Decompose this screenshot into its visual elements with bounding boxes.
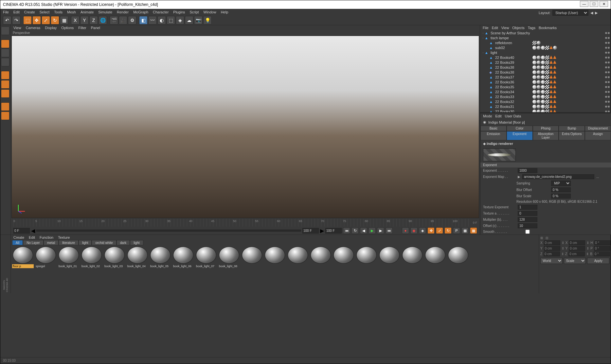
mat-layer-tab[interactable]: dark	[117, 240, 130, 245]
tag-sphere-icon[interactable]	[541, 46, 545, 50]
goto-start-button[interactable]: ⏮	[343, 227, 350, 234]
tree-row[interactable]: ▲22 Books38	[480, 65, 611, 70]
tag-sphere-icon[interactable]	[541, 70, 545, 74]
tag-check-icon[interactable]	[545, 85, 549, 89]
x-pos-input[interactable]	[544, 240, 560, 245]
material-item[interactable]: floor p	[12, 247, 34, 268]
menu-character[interactable]: Character	[153, 10, 169, 14]
offset-input[interactable]	[518, 223, 537, 228]
mat-layer-tab[interactable]: light	[130, 240, 143, 245]
frame-end2-input[interactable]	[325, 228, 342, 234]
material-item[interactable]	[447, 247, 469, 268]
tag-tri-icon[interactable]	[549, 80, 553, 83]
material-item[interactable]: book_light_05	[150, 247, 171, 268]
autokey-button[interactable]: ◉	[410, 227, 418, 234]
point-mode[interactable]	[1, 71, 9, 79]
tag-check-icon[interactable]	[545, 75, 549, 79]
menu-tools[interactable]: Tools	[54, 10, 63, 14]
spline-primitive[interactable]: 〰	[148, 16, 157, 25]
browse-button[interactable]: ...	[596, 175, 599, 179]
edge-mode[interactable]	[1, 80, 9, 89]
deformer-button[interactable]: ◈	[176, 16, 184, 25]
tag-check-icon[interactable]	[545, 46, 549, 50]
menu-simulate[interactable]: Simulate	[98, 10, 112, 14]
mult-input[interactable]	[518, 217, 537, 222]
tag-tri-icon[interactable]	[549, 90, 553, 93]
tree-row[interactable]: ▲22 Books34	[480, 89, 611, 94]
tag-sphere2-icon[interactable]	[537, 95, 541, 99]
tree-row[interactable]: ▲22 Books40	[480, 55, 611, 60]
tree-row[interactable]: -▲light	[480, 50, 611, 55]
tag-tri-icon[interactable]	[549, 70, 553, 74]
material-item[interactable]	[264, 247, 286, 268]
y-pos-input[interactable]	[544, 246, 560, 251]
material-item[interactable]: book_light_01	[58, 247, 80, 268]
rotate-tool[interactable]: ↻	[51, 16, 59, 25]
layout-prev-icon[interactable]: ◀	[590, 11, 593, 15]
tag-sphere-icon[interactable]	[541, 105, 545, 109]
tag-tri-icon[interactable]	[549, 105, 553, 108]
tag-sphere-icon[interactable]	[541, 65, 545, 69]
render-settings-button[interactable]: ⚙	[128, 16, 136, 25]
tex-a-input[interactable]	[518, 211, 537, 216]
key-param-button[interactable]: P	[453, 227, 460, 234]
tag-sphere-icon[interactable]	[541, 95, 545, 99]
menu-render[interactable]: Render	[117, 10, 129, 14]
obj-menu-objects[interactable]: Objects	[512, 26, 524, 30]
key-pos-button[interactable]: ✥	[427, 227, 435, 234]
menu-select[interactable]: Select	[40, 10, 50, 14]
vp-menu-cameras[interactable]: Cameras	[26, 26, 41, 30]
tag-sphere-icon[interactable]	[541, 85, 545, 89]
polygon-mode[interactable]	[1, 89, 9, 98]
attr-tab[interactable]: Phong	[533, 126, 559, 131]
material-preview[interactable]	[483, 148, 516, 161]
tag-check-icon[interactable]	[545, 110, 549, 113]
tag-tri-icon[interactable]	[549, 65, 553, 69]
material-item[interactable]	[379, 247, 400, 268]
env-button[interactable]: ☁	[185, 16, 193, 25]
mat-layer-tab[interactable]: literature	[59, 240, 79, 245]
tree-row[interactable]: ▲22 Books32	[480, 99, 611, 104]
snap-mode[interactable]	[1, 112, 9, 120]
tag-sphere-icon[interactable]	[532, 100, 536, 104]
tag-check-icon[interactable]	[532, 41, 536, 45]
material-item[interactable]: book_light_03	[104, 247, 125, 268]
select-tool[interactable]: ⬚	[23, 16, 32, 25]
tag-sphere-icon[interactable]	[532, 46, 536, 50]
goto-end-button[interactable]: ⏭	[386, 227, 393, 234]
attr-tab[interactable]: Absorption Layer	[533, 131, 559, 140]
tag-sphere2-icon[interactable]	[537, 90, 541, 94]
mat-layer-tab[interactable]: No Layer	[23, 240, 44, 245]
material-item[interactable]: book_light_08	[218, 247, 240, 268]
tag-sphere2-icon[interactable]	[537, 85, 541, 89]
loop-button[interactable]: ↻	[351, 227, 359, 234]
menu-script[interactable]: Script	[189, 10, 199, 14]
tag-tri-icon[interactable]	[549, 75, 553, 78]
menu-help[interactable]: Help	[221, 10, 228, 14]
axis-x-toggle[interactable]: X	[71, 16, 80, 25]
tag-sphere2-icon[interactable]	[537, 105, 541, 109]
tree-row[interactable]: ▲22 Books39	[480, 60, 611, 65]
coord-toggle[interactable]: 🌐	[99, 16, 107, 25]
tag-tri-icon[interactable]	[549, 46, 553, 49]
menu-edit[interactable]: Edit	[13, 10, 20, 14]
tag-sphere-icon[interactable]	[532, 61, 536, 64]
last-tool[interactable]: ▦	[60, 16, 68, 25]
tag-tri-icon[interactable]	[553, 61, 556, 64]
z-pos-input[interactable]	[544, 251, 560, 256]
tag-tri-icon[interactable]	[553, 75, 556, 78]
obj-menu-edit[interactable]: Edit	[492, 26, 498, 30]
tag-tri-icon[interactable]	[549, 61, 553, 64]
tag-check-icon[interactable]	[545, 105, 549, 109]
smooth-checkbox[interactable]	[518, 230, 537, 234]
obj-menu-file[interactable]: File	[483, 26, 489, 30]
maximize-button[interactable]: ☐	[590, 1, 598, 7]
attr-tab[interactable]: Emission	[480, 131, 507, 140]
scale-tool[interactable]: ⤢	[42, 16, 50, 25]
attr-tab[interactable]: Basic	[480, 126, 507, 131]
tag-sphere-icon[interactable]	[541, 90, 545, 94]
tag-tri-icon[interactable]	[553, 56, 556, 59]
tag-check-icon[interactable]	[545, 80, 549, 84]
menu-create[interactable]: Create	[24, 10, 35, 14]
apply-button[interactable]: Apply	[587, 258, 609, 264]
